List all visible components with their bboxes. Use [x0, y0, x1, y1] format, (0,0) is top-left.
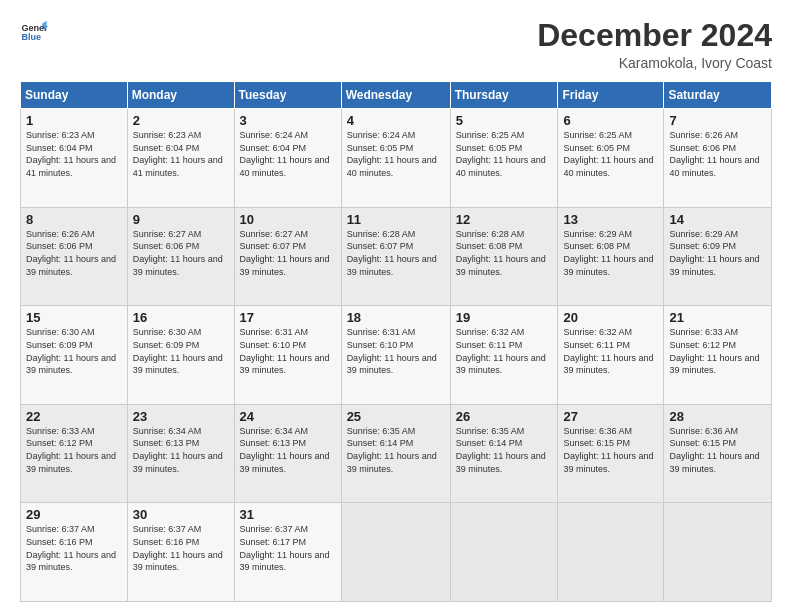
table-cell: 22 Sunrise: 6:33 AMSunset: 6:12 PMDaylig… — [21, 404, 128, 503]
day-number: 26 — [456, 409, 553, 424]
table-cell: 30 Sunrise: 6:37 AMSunset: 6:16 PMDaylig… — [127, 503, 234, 602]
day-info: Sunrise: 6:37 AMSunset: 6:16 PMDaylight:… — [26, 524, 116, 572]
day-number: 24 — [240, 409, 336, 424]
calendar-page: General Blue December 2024 Karamokola, I… — [0, 0, 792, 612]
day-info: Sunrise: 6:28 AMSunset: 6:07 PMDaylight:… — [347, 229, 437, 277]
table-cell: 31 Sunrise: 6:37 AMSunset: 6:17 PMDaylig… — [234, 503, 341, 602]
day-info: Sunrise: 6:24 AMSunset: 6:04 PMDaylight:… — [240, 130, 330, 178]
col-wednesday: Wednesday — [341, 82, 450, 109]
table-cell: 5 Sunrise: 6:25 AMSunset: 6:05 PMDayligh… — [450, 109, 558, 208]
table-cell — [664, 503, 772, 602]
table-cell: 13 Sunrise: 6:29 AMSunset: 6:08 PMDaylig… — [558, 207, 664, 306]
day-number: 27 — [563, 409, 658, 424]
col-monday: Monday — [127, 82, 234, 109]
day-number: 23 — [133, 409, 229, 424]
day-info: Sunrise: 6:31 AMSunset: 6:10 PMDaylight:… — [347, 327, 437, 375]
table-cell — [558, 503, 664, 602]
day-number: 15 — [26, 310, 122, 325]
day-number: 4 — [347, 113, 445, 128]
day-info: Sunrise: 6:36 AMSunset: 6:15 PMDaylight:… — [563, 426, 653, 474]
calendar-row: 29 Sunrise: 6:37 AMSunset: 6:16 PMDaylig… — [21, 503, 772, 602]
subtitle: Karamokola, Ivory Coast — [537, 55, 772, 71]
table-cell: 29 Sunrise: 6:37 AMSunset: 6:16 PMDaylig… — [21, 503, 128, 602]
col-sunday: Sunday — [21, 82, 128, 109]
calendar-row: 22 Sunrise: 6:33 AMSunset: 6:12 PMDaylig… — [21, 404, 772, 503]
day-info: Sunrise: 6:35 AMSunset: 6:14 PMDaylight:… — [347, 426, 437, 474]
table-cell: 2 Sunrise: 6:23 AMSunset: 6:04 PMDayligh… — [127, 109, 234, 208]
calendar-row: 8 Sunrise: 6:26 AMSunset: 6:06 PMDayligh… — [21, 207, 772, 306]
table-cell — [341, 503, 450, 602]
table-cell: 4 Sunrise: 6:24 AMSunset: 6:05 PMDayligh… — [341, 109, 450, 208]
day-number: 20 — [563, 310, 658, 325]
table-cell: 20 Sunrise: 6:32 AMSunset: 6:11 PMDaylig… — [558, 306, 664, 405]
day-number: 13 — [563, 212, 658, 227]
header: General Blue December 2024 Karamokola, I… — [20, 18, 772, 71]
day-number: 11 — [347, 212, 445, 227]
day-info: Sunrise: 6:23 AMSunset: 6:04 PMDaylight:… — [133, 130, 223, 178]
table-cell: 7 Sunrise: 6:26 AMSunset: 6:06 PMDayligh… — [664, 109, 772, 208]
col-friday: Friday — [558, 82, 664, 109]
table-cell: 21 Sunrise: 6:33 AMSunset: 6:12 PMDaylig… — [664, 306, 772, 405]
day-number: 1 — [26, 113, 122, 128]
day-number: 5 — [456, 113, 553, 128]
logo: General Blue — [20, 18, 48, 46]
day-number: 2 — [133, 113, 229, 128]
day-info: Sunrise: 6:30 AMSunset: 6:09 PMDaylight:… — [133, 327, 223, 375]
day-info: Sunrise: 6:25 AMSunset: 6:05 PMDaylight:… — [456, 130, 546, 178]
day-number: 28 — [669, 409, 766, 424]
day-number: 6 — [563, 113, 658, 128]
table-cell: 17 Sunrise: 6:31 AMSunset: 6:10 PMDaylig… — [234, 306, 341, 405]
col-saturday: Saturday — [664, 82, 772, 109]
day-number: 12 — [456, 212, 553, 227]
day-number: 9 — [133, 212, 229, 227]
day-info: Sunrise: 6:33 AMSunset: 6:12 PMDaylight:… — [669, 327, 759, 375]
table-cell: 9 Sunrise: 6:27 AMSunset: 6:06 PMDayligh… — [127, 207, 234, 306]
day-info: Sunrise: 6:36 AMSunset: 6:15 PMDaylight:… — [669, 426, 759, 474]
table-cell: 12 Sunrise: 6:28 AMSunset: 6:08 PMDaylig… — [450, 207, 558, 306]
day-number: 10 — [240, 212, 336, 227]
day-info: Sunrise: 6:26 AMSunset: 6:06 PMDaylight:… — [26, 229, 116, 277]
day-number: 22 — [26, 409, 122, 424]
day-number: 3 — [240, 113, 336, 128]
day-number: 30 — [133, 507, 229, 522]
table-cell: 1 Sunrise: 6:23 AMSunset: 6:04 PMDayligh… — [21, 109, 128, 208]
day-info: Sunrise: 6:25 AMSunset: 6:05 PMDaylight:… — [563, 130, 653, 178]
day-number: 25 — [347, 409, 445, 424]
table-cell: 14 Sunrise: 6:29 AMSunset: 6:09 PMDaylig… — [664, 207, 772, 306]
day-info: Sunrise: 6:34 AMSunset: 6:13 PMDaylight:… — [240, 426, 330, 474]
table-cell: 3 Sunrise: 6:24 AMSunset: 6:04 PMDayligh… — [234, 109, 341, 208]
day-number: 17 — [240, 310, 336, 325]
table-cell: 10 Sunrise: 6:27 AMSunset: 6:07 PMDaylig… — [234, 207, 341, 306]
day-info: Sunrise: 6:23 AMSunset: 6:04 PMDaylight:… — [26, 130, 116, 178]
day-number: 29 — [26, 507, 122, 522]
table-cell: 28 Sunrise: 6:36 AMSunset: 6:15 PMDaylig… — [664, 404, 772, 503]
day-number: 31 — [240, 507, 336, 522]
day-info: Sunrise: 6:29 AMSunset: 6:09 PMDaylight:… — [669, 229, 759, 277]
day-info: Sunrise: 6:37 AMSunset: 6:16 PMDaylight:… — [133, 524, 223, 572]
day-number: 14 — [669, 212, 766, 227]
table-cell: 18 Sunrise: 6:31 AMSunset: 6:10 PMDaylig… — [341, 306, 450, 405]
calendar-row: 15 Sunrise: 6:30 AMSunset: 6:09 PMDaylig… — [21, 306, 772, 405]
table-cell: 16 Sunrise: 6:30 AMSunset: 6:09 PMDaylig… — [127, 306, 234, 405]
title-block: December 2024 Karamokola, Ivory Coast — [537, 18, 772, 71]
table-cell: 8 Sunrise: 6:26 AMSunset: 6:06 PMDayligh… — [21, 207, 128, 306]
col-thursday: Thursday — [450, 82, 558, 109]
day-info: Sunrise: 6:32 AMSunset: 6:11 PMDaylight:… — [456, 327, 546, 375]
calendar-table: Sunday Monday Tuesday Wednesday Thursday… — [20, 81, 772, 602]
table-cell: 25 Sunrise: 6:35 AMSunset: 6:14 PMDaylig… — [341, 404, 450, 503]
day-info: Sunrise: 6:26 AMSunset: 6:06 PMDaylight:… — [669, 130, 759, 178]
day-info: Sunrise: 6:28 AMSunset: 6:08 PMDaylight:… — [456, 229, 546, 277]
day-info: Sunrise: 6:33 AMSunset: 6:12 PMDaylight:… — [26, 426, 116, 474]
table-cell: 6 Sunrise: 6:25 AMSunset: 6:05 PMDayligh… — [558, 109, 664, 208]
day-info: Sunrise: 6:32 AMSunset: 6:11 PMDaylight:… — [563, 327, 653, 375]
day-info: Sunrise: 6:29 AMSunset: 6:08 PMDaylight:… — [563, 229, 653, 277]
day-info: Sunrise: 6:27 AMSunset: 6:07 PMDaylight:… — [240, 229, 330, 277]
logo-icon: General Blue — [20, 18, 48, 46]
day-info: Sunrise: 6:37 AMSunset: 6:17 PMDaylight:… — [240, 524, 330, 572]
day-info: Sunrise: 6:27 AMSunset: 6:06 PMDaylight:… — [133, 229, 223, 277]
calendar-row: 1 Sunrise: 6:23 AMSunset: 6:04 PMDayligh… — [21, 109, 772, 208]
day-info: Sunrise: 6:35 AMSunset: 6:14 PMDaylight:… — [456, 426, 546, 474]
table-cell: 19 Sunrise: 6:32 AMSunset: 6:11 PMDaylig… — [450, 306, 558, 405]
calendar-header-row: Sunday Monday Tuesday Wednesday Thursday… — [21, 82, 772, 109]
day-number: 21 — [669, 310, 766, 325]
